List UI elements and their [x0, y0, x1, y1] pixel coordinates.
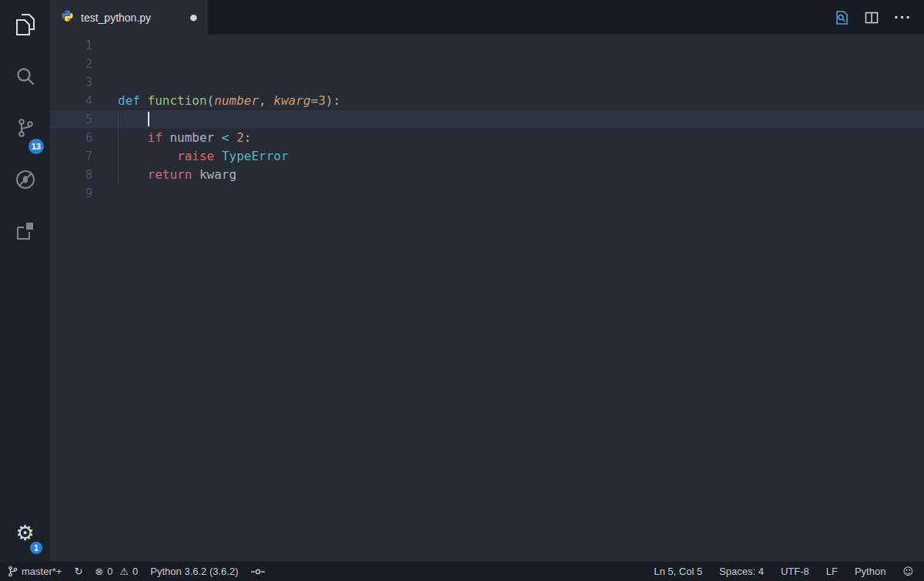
code-line[interactable]: 3	[50, 73, 924, 92]
error-count: 0	[107, 566, 112, 577]
line-number: 7	[50, 147, 92, 166]
code-text	[92, 55, 118, 73]
line-number: 1	[50, 36, 92, 55]
python-interpreter-status[interactable]: Python 3.6.2 (3.6.2)	[150, 566, 238, 577]
feedback-smiley-icon[interactable]: ☺	[902, 566, 913, 577]
warning-icon: ⚠	[119, 566, 129, 577]
sync-button[interactable]: ↻	[74, 566, 82, 577]
encoding-status[interactable]: UTF-8	[781, 566, 809, 577]
warning-count: 0	[132, 566, 138, 577]
status-bar: master*+ ↻ ⊗ 0 ⚠ 0 Python 3.6.2 (3.6.2)	[0, 562, 924, 581]
line-number: 8	[50, 166, 92, 184]
editor[interactable]: 1234def function(number, kwarg=3):5 6 if…	[50, 35, 924, 562]
activity-bar: 13 ⚙	[0, 0, 50, 562]
code-text	[92, 36, 118, 55]
problems-status[interactable]: ⊗ 0 ⚠ 0	[95, 566, 138, 577]
vscode-window: 13 ⚙	[0, 0, 924, 581]
code-text: def function(number, kwarg=3):	[92, 92, 340, 110]
gear-icon: ⚙	[15, 522, 34, 543]
eol-status[interactable]: LF	[826, 566, 838, 577]
indent-guide	[118, 110, 119, 184]
line-number: 3	[50, 73, 92, 92]
scm-badge: 13	[28, 139, 44, 154]
git-branch-icon	[15, 117, 35, 142]
editor-lines: 1234def function(number, kwarg=3):5 6 if…	[50, 36, 924, 203]
git-branch-status[interactable]: master*+	[8, 566, 62, 577]
code-text	[92, 110, 149, 129]
branch-icon	[8, 566, 18, 577]
branch-label: master*+	[22, 566, 62, 577]
activity-search-button[interactable]	[0, 52, 50, 103]
sync-icon: ↻	[74, 566, 82, 577]
activity-extensions-button[interactable]	[0, 207, 50, 258]
extensions-icon	[15, 221, 35, 244]
main-area: 13 ⚙	[0, 0, 924, 562]
activity-settings-button[interactable]: ⚙ 1	[0, 511, 50, 554]
editor-actions: ···	[834, 0, 924, 35]
language-status[interactable]: Python	[855, 566, 886, 577]
line-number: 5	[50, 110, 92, 129]
code-line[interactable]: 4def function(number, kwarg=3):	[50, 92, 924, 110]
code-line[interactable]: 1	[50, 36, 924, 55]
status-left: master*+ ↻ ⊗ 0 ⚠ 0 Python 3.6.2 (3.6.2)	[8, 566, 265, 577]
line-number: 2	[50, 55, 92, 73]
line-number: 9	[50, 184, 92, 203]
tab-filename: test_python.py	[81, 12, 151, 24]
code-line[interactable]: 2	[50, 55, 924, 73]
split-editor-icon	[865, 11, 879, 25]
more-actions-button[interactable]: ···	[894, 8, 912, 26]
target-icon	[251, 567, 265, 576]
tab-bar: test_python.py ●	[50, 0, 924, 35]
preview-icon	[834, 10, 849, 25]
editor-group: test_python.py ●	[50, 0, 924, 562]
code-text	[92, 73, 118, 92]
code-text: if number < 2:	[92, 129, 251, 147]
activity-source-control-button[interactable]: 13	[0, 103, 50, 155]
modified-dot-icon[interactable]: ●	[189, 12, 197, 22]
line-number: 4	[50, 92, 92, 110]
line-number: 6	[50, 129, 92, 147]
open-preview-button[interactable]	[834, 10, 849, 25]
settings-badge: 1	[30, 542, 42, 554]
files-icon	[15, 13, 36, 39]
search-icon	[15, 66, 35, 89]
status-right: Ln 5, Col 5 Spaces: 4 UTF-8 LF Python ☺	[654, 566, 913, 577]
code-line[interactable]: 6 if number < 2:	[50, 129, 924, 147]
code-text: raise TypeError	[92, 147, 289, 166]
code-line[interactable]: 9	[50, 184, 924, 203]
cursor-position-status[interactable]: Ln 5, Col 5	[654, 566, 702, 577]
code-line[interactable]: 7 raise TypeError	[50, 147, 924, 166]
code-line[interactable]: 5	[50, 110, 924, 129]
debug-icon	[15, 169, 36, 193]
split-editor-button[interactable]	[865, 11, 879, 25]
activity-explorer-button[interactable]	[0, 0, 50, 52]
target-button[interactable]	[251, 567, 265, 576]
code-text: return kwarg	[92, 166, 236, 184]
python-file-icon	[61, 9, 74, 25]
error-icon: ⊗	[95, 566, 103, 577]
indentation-status[interactable]: Spaces: 4	[719, 566, 764, 577]
code-line[interactable]: 8 return kwarg	[50, 166, 924, 184]
tab-test-python[interactable]: test_python.py ●	[50, 0, 208, 35]
text-cursor	[148, 112, 149, 126]
activity-debug-button[interactable]	[0, 155, 50, 207]
code-text	[92, 184, 118, 203]
